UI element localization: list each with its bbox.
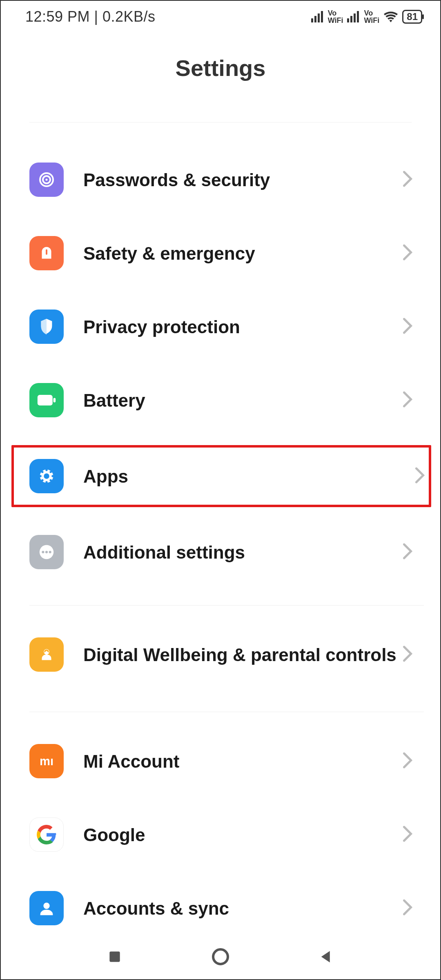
- nav-recents-button[interactable]: [105, 947, 125, 967]
- page-title: Settings: [1, 30, 440, 122]
- chevron-right-icon: [402, 391, 413, 410]
- wifi-icon: [383, 11, 398, 22]
- vowifi-label-1: VoWiFi: [328, 9, 343, 24]
- fingerprint-icon: [29, 163, 64, 197]
- row-google[interactable]: Google: [29, 806, 424, 863]
- row-label: Digital Wellbeing & parental controls: [64, 644, 402, 666]
- row-label: Mi Account: [64, 750, 402, 773]
- row-digital-wellbeing[interactable]: Digital Wellbeing & parental controls: [29, 626, 424, 683]
- row-apps[interactable]: Apps: [11, 445, 431, 507]
- chevron-right-icon: [402, 825, 413, 844]
- row-additional-settings[interactable]: Additional settings: [29, 523, 424, 581]
- signal-icon: [311, 11, 323, 22]
- signal-icon-2: [347, 11, 359, 22]
- svg-point-13: [49, 471, 51, 473]
- wellbeing-icon: [29, 637, 64, 672]
- chevron-right-icon: [402, 645, 413, 664]
- mi-icon: mı: [29, 744, 64, 778]
- battery-level: 81: [402, 10, 422, 24]
- chevron-right-icon: [402, 244, 413, 263]
- privacy-icon: [29, 310, 64, 344]
- status-time-net: 12:59 PM | 0.2KB/s: [25, 8, 156, 25]
- status-time: 12:59 PM: [25, 8, 90, 25]
- svg-point-24: [213, 949, 228, 964]
- accounts-icon: [29, 891, 64, 925]
- nav-back-button[interactable]: [316, 947, 336, 967]
- chevron-right-icon: [402, 170, 413, 189]
- row-label: Additional settings: [64, 541, 402, 564]
- svg-point-7: [44, 473, 49, 479]
- chevron-right-icon: [402, 899, 413, 918]
- chevron-right-icon: [402, 317, 413, 336]
- svg-point-17: [42, 551, 44, 553]
- divider: [29, 712, 424, 712]
- svg-point-18: [45, 551, 48, 553]
- chevron-right-icon: [414, 467, 425, 486]
- divider: [29, 605, 424, 606]
- chevron-right-icon: [402, 752, 413, 771]
- apps-icon: [29, 459, 64, 493]
- status-right: VoWiFi VoWiFi 81: [311, 9, 422, 24]
- svg-point-12: [41, 471, 43, 473]
- row-accounts-sync[interactable]: Accounts & sync: [29, 880, 424, 937]
- svg-point-22: [43, 903, 49, 909]
- status-net-speed: 0.2KB/s: [102, 8, 156, 25]
- emergency-icon: [29, 236, 64, 270]
- svg-rect-23: [110, 951, 120, 962]
- google-icon: [29, 817, 64, 852]
- row-label: Accounts & sync: [64, 897, 402, 920]
- row-privacy-protection[interactable]: Privacy protection: [29, 298, 424, 355]
- svg-point-10: [39, 475, 41, 477]
- row-label: Battery: [64, 389, 402, 412]
- row-safety-emergency[interactable]: Safety & emergency: [29, 225, 424, 282]
- svg-rect-5: [53, 398, 56, 402]
- row-passwords-security[interactable]: Passwords & security: [29, 151, 424, 208]
- vowifi-label-2: VoWiFi: [364, 9, 379, 24]
- row-label: Privacy protection: [64, 316, 402, 338]
- battery-icon: [29, 383, 64, 417]
- svg-point-19: [49, 551, 51, 553]
- row-label: Apps: [64, 465, 414, 488]
- svg-text:mı: mı: [40, 755, 53, 768]
- svg-point-14: [41, 479, 43, 481]
- status-bar: 12:59 PM | 0.2KB/s VoWiFi VoWiFi 81: [1, 1, 440, 30]
- svg-point-8: [45, 469, 47, 471]
- svg-point-11: [51, 475, 53, 477]
- nav-home-button[interactable]: [210, 947, 231, 967]
- additional-icon: [29, 535, 64, 569]
- row-label: Safety & emergency: [64, 242, 402, 265]
- svg-point-15: [49, 479, 51, 481]
- svg-rect-3: [46, 249, 47, 254]
- row-mi-account[interactable]: mı Mi Account: [29, 733, 424, 790]
- chevron-right-icon: [402, 543, 413, 561]
- svg-rect-4: [38, 395, 53, 405]
- svg-point-2: [45, 178, 47, 180]
- nav-bar: [1, 934, 440, 979]
- svg-point-9: [45, 481, 47, 483]
- row-battery[interactable]: Battery: [29, 372, 424, 429]
- settings-list: Passwords & security Safety & emergency …: [1, 122, 440, 937]
- row-label: Google: [64, 824, 402, 846]
- row-label: Passwords & security: [64, 169, 402, 191]
